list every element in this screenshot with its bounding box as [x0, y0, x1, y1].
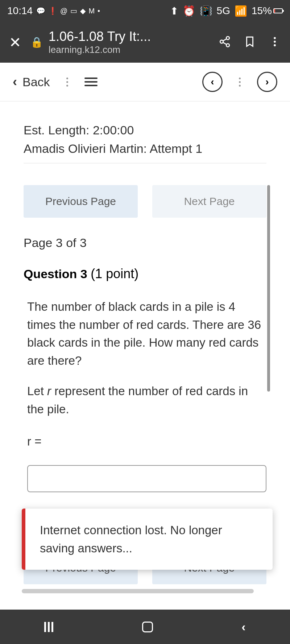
svg-line-4 [223, 42, 227, 45]
page-indicator: Page 3 of 3 [24, 236, 266, 250]
signal-icon: 📶 [235, 5, 247, 17]
estimated-length: Est. Length: 2:00:00 [24, 123, 266, 137]
bookmark-button[interactable] [244, 35, 256, 49]
recent-apps-button[interactable] [44, 622, 53, 632]
upload-icon: ⬆ [170, 5, 178, 17]
alarm-icon: ⏰ [183, 5, 195, 17]
network-label: 5G [217, 5, 230, 17]
variable-definition: Let r represent the number of red cards … [27, 382, 266, 418]
browser-chrome: ✕ 🔒 1.06-1.08 Try It:... learning.k12.co… [0, 22, 290, 63]
question-body: The number of black cards in a pile is 4… [24, 298, 266, 492]
page-navigation: Previous Page Next Page [24, 185, 266, 218]
back-button[interactable]: ‹ Back [13, 74, 50, 89]
close-button[interactable]: ✕ [9, 34, 21, 51]
toast-message: Internet connection lost. No longer savi… [40, 523, 222, 555]
horizontal-scrollbar[interactable] [22, 589, 254, 593]
toolbar-menu-dots-right[interactable] [239, 78, 241, 87]
mail-icon: M [88, 7, 95, 15]
next-page-button[interactable]: Next Page [152, 185, 266, 218]
svg-line-3 [223, 39, 227, 41]
vibrate-icon: 📳 [200, 5, 212, 17]
more-menu-button[interactable] [269, 35, 281, 49]
svg-point-7 [274, 44, 276, 46]
svg-point-1 [220, 40, 223, 43]
url-area[interactable]: 🔒 1.06-1.08 Try It:... learning.k12.com [30, 29, 210, 55]
page-domain: learning.k12.com [49, 44, 151, 55]
main-content: Est. Length: 2:00:00 Amadis Olivieri Mar… [0, 101, 290, 503]
svg-point-6 [274, 41, 276, 43]
notification-icons: 💬 ❗ @ ▭ ◆ M • [36, 7, 100, 15]
vertical-scrollbar[interactable] [267, 185, 270, 392]
prev-question-button[interactable]: ‹ [202, 72, 223, 92]
svg-point-5 [274, 37, 276, 39]
answer-input[interactable] [27, 465, 266, 492]
back-button-android[interactable]: ‹ [241, 620, 245, 634]
lock-icon: 🔒 [30, 36, 43, 48]
battery-indicator: 15% [252, 5, 283, 17]
android-nav-bar: ‹ [0, 610, 290, 644]
card-icon: ▭ [70, 7, 77, 15]
chevron-left-icon: ‹ [13, 74, 17, 89]
student-attempt-info: Amadis Olivieri Martin: Attempt 1 [24, 142, 266, 163]
equation-label: r = [27, 432, 266, 451]
battery-percent: 15% [252, 5, 272, 17]
svg-point-0 [226, 36, 229, 39]
hamburger-menu[interactable] [84, 78, 98, 86]
page-title: 1.06-1.08 Try It:... [49, 29, 151, 44]
home-button[interactable] [142, 622, 153, 632]
android-status-bar: 10:14 💬 ❗ @ ▭ ◆ M • ⬆ ⏰ 📳 5G 📶 15% [0, 0, 290, 22]
connection-lost-toast: Internet connection lost. No longer savi… [22, 509, 273, 570]
question-header: Question 3 (1 point) [24, 266, 266, 281]
status-time: 10:14 [7, 5, 33, 17]
back-label: Back [22, 75, 50, 89]
svg-point-2 [226, 43, 229, 47]
at-icon: @ [60, 7, 67, 15]
app-toolbar: ‹ Back ‹ › [0, 63, 290, 101]
question-points: (1 point) [91, 266, 138, 281]
next-question-button[interactable]: › [257, 72, 277, 92]
warning-icon: ❗ [48, 7, 57, 15]
toolbar-menu-dots[interactable] [66, 78, 68, 87]
question-number: Question 3 [24, 267, 87, 281]
previous-page-button[interactable]: Previous Page [24, 185, 138, 218]
share-button[interactable] [219, 35, 231, 49]
dot-icon: • [98, 7, 100, 15]
chat-icon: 💬 [36, 7, 45, 15]
diamond-icon: ◆ [80, 7, 86, 15]
question-text: The number of black cards in a pile is 4… [27, 298, 266, 369]
